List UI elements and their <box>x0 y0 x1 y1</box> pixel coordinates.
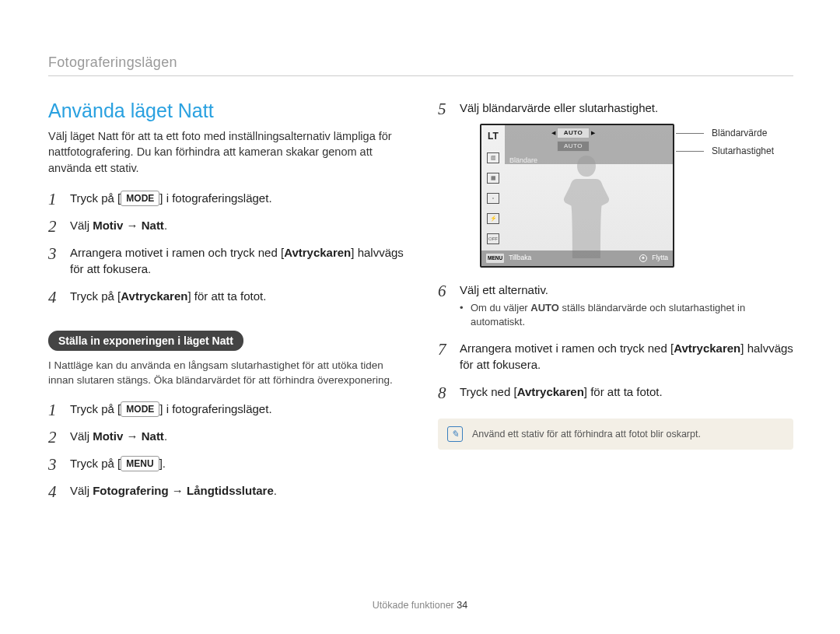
step-text: . <box>274 484 277 497</box>
bold-text: Avtryckaren <box>121 289 187 303</box>
step-text: ] i fotograferingsläget. <box>159 402 271 415</box>
menu-key-icon: MENU <box>486 254 504 262</box>
lcd-callouts: Bländarvärde Slutarhastighet <box>676 127 774 158</box>
bold-text: Motiv <box>93 429 123 443</box>
step-2: Välj Motiv → Natt. <box>48 217 404 233</box>
step-3: Arrangera motivet i ramen och tryck ned … <box>48 244 404 277</box>
lcd-auto-aperture: AUTO <box>557 128 590 138</box>
steps-right: Välj bländarvärde eller slutarhastighet.… <box>438 100 793 400</box>
step-text: Tryck ned [ <box>460 385 517 398</box>
step-b3: Tryck på [MENU]. <box>48 455 404 471</box>
bold-text: Natt <box>142 429 164 443</box>
lcd-lt-icon: LT <box>488 130 499 143</box>
quality-icon: ▦ <box>487 173 499 184</box>
left-column: Använda läget Natt Välj läget Natt för a… <box>48 100 404 510</box>
step-text: Välj <box>70 429 93 443</box>
bold-text: Avtryckaren <box>517 385 584 398</box>
step-b4: Välj Fotografering → Långtidsslutare. <box>48 482 404 499</box>
right-column: Välj bländarvärde eller slutarhastighet.… <box>438 100 793 510</box>
back-label: Tillbaka <box>509 254 531 263</box>
bold-text: Natt <box>142 219 164 232</box>
flash-icon: ⚡ <box>487 213 499 224</box>
callout-line <box>676 151 704 152</box>
arrow: → <box>123 219 141 232</box>
step-text: Tryck på [ <box>70 402 121 415</box>
steps-exposure: Tryck på [MODE] i fotograferingsläget. V… <box>48 401 404 499</box>
step-text: Arrangera motivet i ramen och tryck ned … <box>70 246 284 259</box>
step-b1: Tryck på [MODE] i fotograferingsläget. <box>48 401 404 417</box>
step-1: Tryck på [MODE] i fotograferingsläget. <box>48 190 404 206</box>
step-text: Tryck på [ <box>70 457 121 470</box>
lcd-footer: MENU Tillbaka ✦ Flytta <box>481 250 673 266</box>
note-text: Om du väljer <box>471 302 530 313</box>
size-icon: ▥ <box>487 152 499 163</box>
page-footer: Utökade funktioner 34 <box>0 600 840 611</box>
step-text: Välj bländarvärde eller slutarhastighet. <box>460 101 658 114</box>
arrow: → <box>123 429 141 443</box>
footer-label: Utökade funktioner <box>373 600 454 611</box>
step-text: Välj ett alternativ. <box>460 283 548 296</box>
step-text: . <box>164 429 167 443</box>
step-text: Tryck på [ <box>70 289 121 303</box>
intro-text: Välj läget Natt för att ta ett foto med … <box>48 128 404 176</box>
bold-text: Avtryckaren <box>674 342 740 355</box>
page-title: Använda läget Natt <box>48 100 404 122</box>
step-7: Arrangera motivet i ramen och tryck ned … <box>438 340 793 373</box>
bold-text: AUTO <box>530 302 559 313</box>
bold-text: Avtryckaren <box>284 246 351 259</box>
subsection-heading: Ställa in exponeringen i läget Natt <box>48 331 243 351</box>
steps-basic: Tryck på [MODE] i fotograferingsläget. V… <box>48 190 404 304</box>
step-text: Välj <box>70 484 93 497</box>
bold-text: Fotografering <box>93 484 169 497</box>
page-number: 34 <box>457 600 467 611</box>
bold-text: Motiv <box>93 219 123 232</box>
lcd-wrapper: LT ▥ ▦ ▫ ⚡ OFF ◀ A <box>460 124 793 268</box>
focus-icon: ▫ <box>487 193 499 204</box>
step-5: Välj bländarvärde eller slutarhastighet.… <box>438 100 793 268</box>
lcd-aperture-label: Bländare <box>509 156 537 166</box>
step-text: Tryck på [ <box>70 191 121 205</box>
subsection-intro: I Nattläge kan du använda en långsam slu… <box>48 359 404 388</box>
step-text: ]. <box>159 457 166 470</box>
callout-aperture: Bländarvärde <box>712 127 767 140</box>
step-4: Tryck på [Avtryckaren] för att ta fotot. <box>48 288 404 304</box>
mode-key: MODE <box>121 401 159 417</box>
step-text: ] i fotograferingsläget. <box>159 191 271 205</box>
bold-text: Långtidsslutare <box>187 484 274 497</box>
step-6-note: Om du väljer AUTO ställs bländarvärde oc… <box>460 301 793 329</box>
tip-box: ✎ Använd ett stativ för att förhindra at… <box>438 419 793 450</box>
left-arrow-icon: ◀ <box>550 129 557 137</box>
step-8: Tryck ned [Avtryckaren] för att ta fotot… <box>438 384 793 400</box>
tip-text: Använd ett stativ för att förhindra att … <box>472 429 701 440</box>
lcd-sidebar: LT ▥ ▦ ▫ ⚡ OFF <box>481 125 505 266</box>
step-text: ] för att ta fotot. <box>187 289 266 303</box>
move-label: Flytta <box>652 254 668 263</box>
step-text: ] för att ta fotot. <box>584 385 663 398</box>
right-arrow-icon: ▶ <box>590 129 597 137</box>
breadcrumb: Fotograferingslägen <box>48 54 793 76</box>
step-6: Välj ett alternativ. Om du väljer AUTO s… <box>438 282 793 329</box>
step-b2: Välj Motiv → Natt. <box>48 428 404 444</box>
callout-line <box>676 133 704 134</box>
menu-key: MENU <box>121 456 159 471</box>
step-text: Arrangera motivet i ramen och tryck ned … <box>460 342 674 355</box>
nav-key-icon: ✦ <box>639 254 647 262</box>
step-text: Välj <box>70 219 93 232</box>
callout-shutter: Slutarhastighet <box>712 145 774 158</box>
note-icon: ✎ <box>447 426 463 442</box>
person-silhouette-icon <box>550 146 624 263</box>
arrow: → <box>169 484 187 497</box>
camera-lcd: LT ▥ ▦ ▫ ⚡ OFF ◀ A <box>480 124 674 268</box>
step-text: . <box>164 219 167 232</box>
face-icon: OFF <box>487 233 499 244</box>
mode-key: MODE <box>121 191 159 206</box>
